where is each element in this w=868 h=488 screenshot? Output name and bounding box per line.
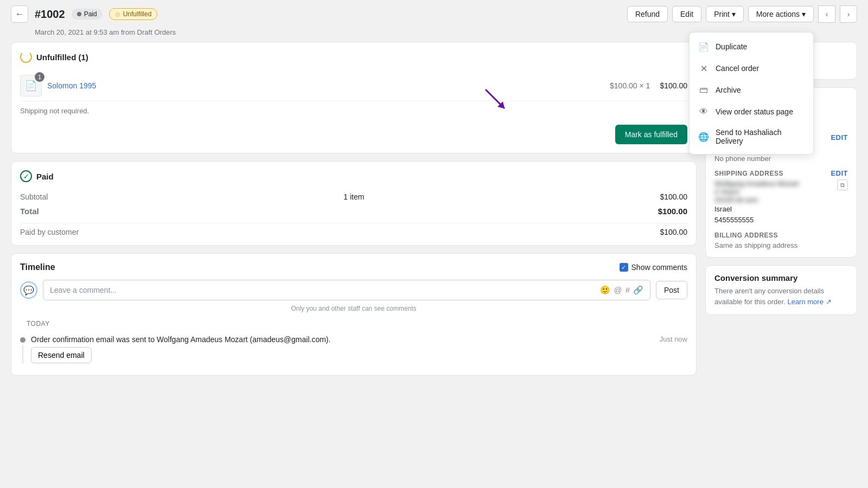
timeline-card: Timeline ✓ Show comments 💬 Leave a comme… [11, 253, 697, 376]
mention-icon[interactable]: @ [614, 285, 622, 295]
prev-order-button[interactable]: ‹ [818, 5, 835, 23]
learn-more-link[interactable]: Learn more ↗ [787, 298, 831, 306]
dropdown-item-view-status[interactable]: 👁 View order status page [690, 101, 813, 123]
more-actions-dropdown: 📄 Duplicate ✕ Cancel order 🗃 Archive 👁 V… [689, 32, 814, 155]
conversion-title: Conversion summary [714, 273, 848, 282]
shipping-name: Wolfgang Amadeus Mozart [714, 179, 834, 188]
item-total: $100.00 [660, 81, 687, 90]
copy-address-button[interactable]: ⧉ [837, 179, 848, 190]
back-button[interactable]: ← [11, 5, 28, 23]
show-comments-checkbox[interactable]: ✓ Show comments [620, 263, 687, 272]
external-link-icon: ↗ [826, 298, 832, 306]
no-phone-text: No phone number [714, 155, 848, 163]
emoji-icon[interactable]: 🙂 [600, 285, 610, 295]
dropdown-item-cancel[interactable]: ✕ Cancel order [690, 57, 813, 79]
contact-edit-link[interactable]: Edit [831, 133, 848, 142]
item-price-unit: $100.00 × 1 [610, 81, 650, 90]
shipping-phone: 5455555555 [714, 215, 834, 226]
show-comments-label: Show comments [631, 263, 687, 272]
dropdown-item-archive[interactable]: 🗃 Archive [690, 79, 813, 101]
item-quantity-badge: 1 [35, 72, 44, 82]
paid-card: ✓ Paid Subtotal 1 item $100.00 Total $10… [11, 161, 697, 246]
timeline-dot [20, 337, 25, 343]
subtotal-label: Subtotal [20, 192, 48, 201]
checkbox-checked-icon: ✓ [620, 263, 628, 272]
user-avatar: 💬 [20, 281, 37, 299]
shipping-line1: 4 Yeach [714, 188, 834, 196]
item-name[interactable]: Solomon 1995 [47, 81, 604, 90]
billing-address-label: BILLING ADDRESS [714, 232, 778, 239]
staff-comment-note: Only you and other staff can see comment… [20, 305, 687, 312]
billing-same-as: Same as shipping address [714, 241, 848, 249]
paid-by-value: $100.00 [660, 228, 687, 236]
edit-button[interactable]: Edit [672, 6, 701, 22]
timeline-event: Order confirmation email was sent to Wol… [20, 332, 687, 367]
duplicate-icon: 📄 [698, 41, 709, 52]
unfulfilled-icon [20, 51, 32, 63]
paid-badge: Paid [72, 9, 103, 20]
shipping-edit-link[interactable]: Edit [831, 169, 848, 177]
archive-icon: 🗃 [698, 85, 709, 95]
shipping-address-label: SHIPPING ADDRESS [714, 170, 783, 177]
globe-icon: 🌐 [698, 131, 709, 142]
post-button[interactable]: Post [656, 281, 687, 299]
more-actions-button[interactable]: More actions ▾ [748, 6, 814, 22]
paid-icon: ✓ [20, 170, 32, 182]
paid-by-label: Paid by customer [20, 228, 79, 236]
subtotal-row: Subtotal 1 item $100.00 [20, 190, 687, 204]
dropdown-label-cancel: Cancel order [716, 64, 759, 73]
dropdown-label-archive: Archive [716, 86, 741, 94]
order-item-row: 📄 1 Solomon 1995 $100.00 × 1 $100.00 [20, 70, 687, 101]
mark-as-fulfilled-button[interactable]: Mark as fulfilled [615, 125, 687, 144]
hashtag-icon[interactable]: # [626, 285, 630, 295]
subtotal-value: $100.00 [660, 192, 687, 201]
comment-input-container: Leave a comment... 🙂 @ # 🔗 [43, 280, 650, 300]
dropdown-item-hashaliach[interactable]: 🌐 Send to Hashaliach Delivery [690, 123, 813, 151]
total-label: Total [20, 207, 39, 216]
cancel-icon: ✕ [698, 63, 709, 74]
comment-placeholder[interactable]: Leave a comment... [50, 286, 597, 294]
conversion-summary-card: Conversion summary There aren't any conv… [705, 265, 857, 315]
attachment-icon[interactable]: 🔗 [633, 285, 643, 295]
shipping-note: Shipping not required. [20, 101, 687, 120]
dropdown-label-view-status: View order status page [716, 107, 793, 116]
unfulfilled-card-title: Unfulfilled (1) [36, 53, 88, 62]
document-icon: 📄 [25, 80, 37, 92]
unfulfilled-badge: Unfulfilled [109, 8, 158, 20]
total-row: Total $100.00 [20, 204, 687, 219]
paid-by-row: Paid by customer $100.00 [20, 223, 687, 236]
print-button[interactable]: Print ▾ [706, 6, 744, 22]
conversion-text: There aren't any conversion details avai… [714, 286, 848, 307]
timeline-today-label: TODAY [27, 320, 687, 328]
subtotal-items: 1 item [343, 192, 364, 201]
timeline-title: Timeline [20, 262, 55, 272]
resend-email-button[interactable]: Resend email [31, 347, 92, 363]
paid-card-title: Paid [36, 172, 54, 181]
order-number: #1002 [35, 8, 65, 21]
dropdown-item-duplicate[interactable]: 📄 Duplicate [690, 36, 813, 57]
dropdown-label-hashaliach: Send to Hashaliach Delivery [716, 128, 805, 145]
timeline-event-time: Just now [660, 335, 687, 343]
chevron-down-icon: ▾ [802, 10, 806, 18]
total-value: $100.00 [658, 207, 687, 216]
shipping-country: Israel [714, 204, 834, 215]
dropdown-label-duplicate: Duplicate [716, 42, 747, 51]
item-thumbnail: 📄 1 [20, 75, 42, 97]
unfulfilled-card: Unfulfilled (1) 📄 1 Solomon 1995 $100.00… [11, 42, 697, 153]
next-order-button[interactable]: › [840, 5, 857, 23]
refund-button[interactable]: Refund [627, 6, 668, 22]
timeline-event-text: Order confirmation email was sent to Wol… [31, 335, 653, 344]
shipping-line2: 20100 tel aviv [714, 196, 834, 204]
eye-icon: 👁 [698, 106, 709, 117]
